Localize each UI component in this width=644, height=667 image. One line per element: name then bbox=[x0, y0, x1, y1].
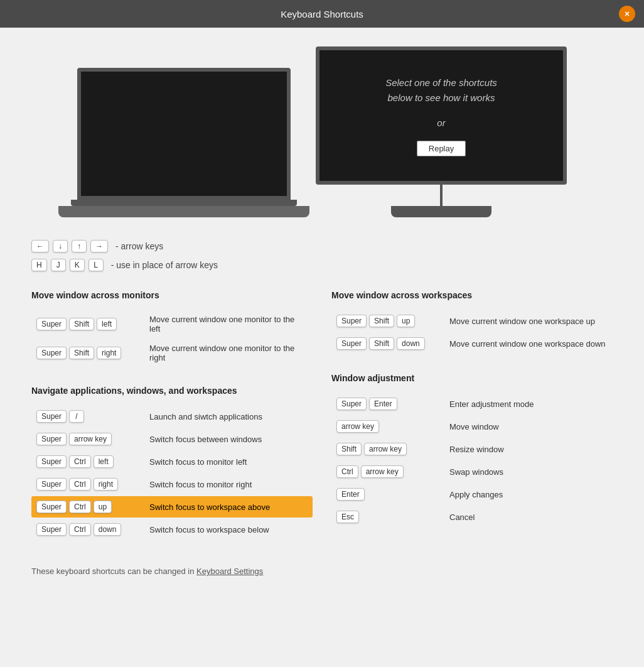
key-down-arrow: ↓ bbox=[53, 240, 68, 252]
arrow-keys-legend: ← ↓ ↑ → - arrow keys bbox=[31, 240, 613, 252]
key-h: H bbox=[31, 259, 47, 271]
keys-super-shift-left: Super Shift left bbox=[36, 318, 149, 330]
monitor-screen: Select one of the shortcuts below to see… bbox=[316, 46, 567, 185]
desc-super-shift-up: Move current window one workspace up bbox=[449, 317, 595, 326]
key-super: Super bbox=[336, 398, 367, 410]
laptop-base bbox=[58, 206, 309, 217]
replay-button[interactable]: Replay bbox=[417, 141, 466, 156]
shortcut-super-shift-up[interactable]: Super Shift up Move current window one w… bbox=[331, 310, 613, 332]
key-k: K bbox=[70, 259, 85, 271]
key-left-arrow: ← bbox=[31, 240, 49, 252]
shortcut-shift-arrow[interactable]: Shift arrow key Resize window bbox=[331, 438, 613, 460]
footer-text: These keyboard shortcuts can be changed … bbox=[31, 567, 196, 576]
shortcut-super-ctrl-down[interactable]: Super Ctrl down Switch focus to workspac… bbox=[31, 519, 313, 540]
monitor-illustration: Select one of the shortcuts below to see… bbox=[316, 46, 567, 217]
navigate-apps-title: Navigate applications, windows, and work… bbox=[31, 386, 313, 396]
key-super: Super bbox=[36, 478, 67, 491]
key-esc: Esc bbox=[336, 511, 359, 523]
key-left: left bbox=[97, 318, 117, 330]
desc-enter: Apply changes bbox=[449, 490, 503, 499]
key-arrow-key: arrow key bbox=[361, 465, 404, 478]
close-button[interactable]: × bbox=[619, 6, 635, 22]
desc-ctrl-arrow: Swap windows bbox=[449, 467, 503, 477]
desc-super-enter: Enter adjustment mode bbox=[449, 399, 534, 409]
devices-illustration: Select one of the shortcuts below to see… bbox=[31, 46, 613, 217]
key-j: J bbox=[51, 259, 66, 271]
key-shift: Shift bbox=[69, 318, 94, 330]
desc-arrow-key-move: Move window bbox=[449, 422, 499, 431]
move-workspaces-title: Move window across workspaces bbox=[331, 290, 613, 300]
desc-esc: Cancel bbox=[449, 512, 475, 522]
key-arrow-key: arrow key bbox=[364, 443, 407, 455]
shortcut-super-ctrl-right[interactable]: Super Ctrl right Switch focus to monitor… bbox=[31, 474, 313, 495]
key-ctrl: Ctrl bbox=[69, 455, 91, 468]
shortcut-super-arrow[interactable]: Super arrow key Switch focus between win… bbox=[31, 428, 313, 450]
key-right: right bbox=[97, 347, 121, 359]
key-legend-section: ← ↓ ↑ → - arrow keys H J K L - use in pl… bbox=[31, 240, 613, 271]
shortcuts-wrapper: Move window across monitors Super Shift … bbox=[31, 284, 613, 541]
keys-super-arrow: Super arrow key bbox=[36, 433, 149, 445]
key-right-arrow: → bbox=[90, 240, 108, 252]
shortcut-arrow-key-move[interactable]: arrow key Move window bbox=[331, 416, 613, 437]
shortcut-super-enter[interactable]: Super Enter Enter adjustment mode bbox=[331, 393, 613, 415]
monitor-base bbox=[391, 206, 491, 217]
key-shift: Shift bbox=[369, 315, 394, 327]
shortcut-super-slash[interactable]: Super / Launch and siwtch applications bbox=[31, 406, 313, 427]
desc-super-ctrl-left: Switch focus to monitor left bbox=[149, 457, 247, 467]
shortcut-super-ctrl-left[interactable]: Super Ctrl left Switch focus to monitor … bbox=[31, 451, 313, 472]
key-enter: Enter bbox=[336, 488, 365, 501]
shortcut-ctrl-arrow[interactable]: Ctrl arrow key Swap windows bbox=[331, 461, 613, 482]
key-super: Super bbox=[36, 523, 67, 536]
key-super: Super bbox=[36, 501, 67, 513]
key-super: Super bbox=[36, 455, 67, 468]
key-l: L bbox=[89, 259, 104, 271]
shortcuts-left-col: Move window across monitors Super Shift … bbox=[31, 284, 313, 541]
key-super: Super bbox=[36, 433, 67, 445]
desc-super-arrow: Switch focus between windows bbox=[149, 435, 262, 444]
laptop-illustration bbox=[77, 68, 291, 217]
key-left: left bbox=[94, 455, 114, 468]
shortcut-super-ctrl-up[interactable]: Super Ctrl up Switch focus to workspace … bbox=[31, 496, 313, 518]
key-up-arrow: ↑ bbox=[72, 240, 87, 252]
key-ctrl: Ctrl bbox=[69, 523, 91, 536]
shortcut-super-shift-right[interactable]: Super Shift right Move current window on… bbox=[31, 339, 313, 367]
desc-super-ctrl-down: Switch focus to workspace below bbox=[149, 525, 269, 534]
key-super: Super bbox=[36, 318, 67, 330]
keys-super-enter: Super Enter bbox=[336, 398, 449, 410]
monitor-stand bbox=[440, 185, 443, 206]
shortcut-enter[interactable]: Enter Apply changes bbox=[331, 484, 613, 505]
key-arrow-key: arrow key bbox=[69, 433, 112, 445]
keys-super-shift-right: Super Shift right bbox=[36, 347, 149, 359]
keys-super-ctrl-left: Super Ctrl left bbox=[36, 455, 149, 468]
keys-super-ctrl-up: Super Ctrl up bbox=[36, 501, 149, 513]
desc-super-ctrl-up: Switch focus to workspace above bbox=[149, 502, 270, 512]
keys-super-slash: Super / bbox=[36, 410, 149, 423]
key-ctrl: Ctrl bbox=[336, 465, 358, 478]
key-ctrl: Ctrl bbox=[69, 501, 91, 513]
key-super: Super bbox=[336, 315, 367, 327]
key-down: down bbox=[397, 337, 425, 350]
keys-super-shift-up: Super Shift up bbox=[336, 315, 449, 327]
key-enter: Enter bbox=[369, 398, 397, 410]
key-shift: Shift bbox=[69, 347, 94, 359]
key-slash: / bbox=[69, 410, 84, 423]
desc-super-shift-right: Move current window one monitor to the r… bbox=[149, 344, 308, 362]
keys-esc: Esc bbox=[336, 511, 449, 523]
desc-super-shift-down: Move current window one workspace down bbox=[449, 339, 606, 349]
titlebar-title: Keyboard Shortcuts bbox=[281, 9, 363, 19]
shortcut-super-shift-left[interactable]: Super Shift left Move current window one… bbox=[31, 310, 313, 338]
shortcut-super-shift-down[interactable]: Super Shift down Move current window one… bbox=[331, 333, 613, 354]
shortcuts-right-col: Move window across workspaces Super Shif… bbox=[313, 284, 613, 541]
shortcut-esc[interactable]: Esc Cancel bbox=[331, 506, 613, 528]
hjkl-keys-desc: - use in place of arrow keys bbox=[111, 260, 218, 270]
key-right: right bbox=[94, 478, 118, 491]
key-ctrl: Ctrl bbox=[69, 478, 91, 491]
keys-arrow-key: arrow key bbox=[336, 420, 449, 433]
key-shift: Shift bbox=[336, 443, 362, 455]
keys-super-ctrl-right: Super Ctrl right bbox=[36, 478, 149, 491]
keys-enter: Enter bbox=[336, 488, 449, 501]
keyboard-settings-link[interactable]: Keyboard Settings bbox=[196, 567, 263, 576]
laptop-screen bbox=[77, 68, 291, 200]
desc-super-shift-left: Move current window one monitor to the l… bbox=[149, 315, 308, 334]
monitor-or-text: or bbox=[437, 116, 445, 131]
